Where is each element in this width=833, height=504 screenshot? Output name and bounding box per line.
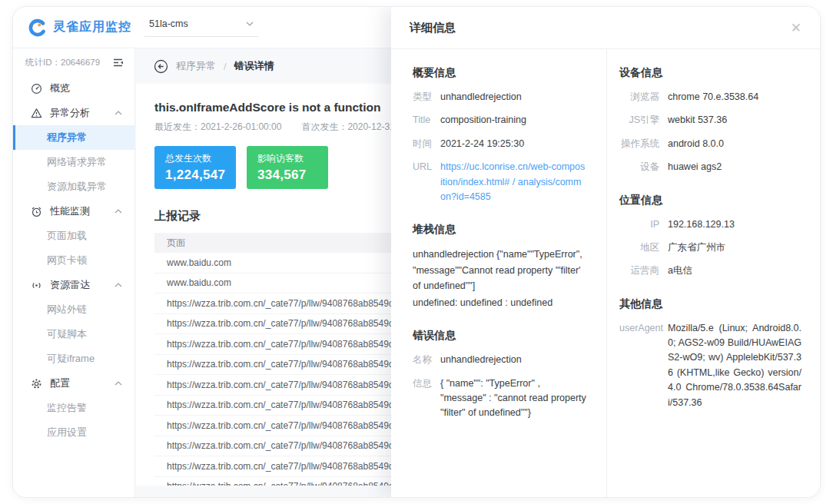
sidebar-item-page-lag[interactable]: 网页卡顿 — [13, 248, 134, 273]
stat-value: 1,224,547 — [165, 167, 236, 183]
gear-icon — [30, 377, 42, 390]
breadcrumb-separator: / — [224, 61, 227, 72]
sidebar-item-app-settings[interactable]: 应用设置 — [13, 420, 134, 445]
field-value: composition-training — [440, 113, 526, 128]
sidebar-item-resource-exception[interactable]: 资源加载异常 — [13, 174, 134, 199]
stat-card-total-occurrences: 总发生次数 1,224,547 — [154, 146, 236, 189]
detail-panel-body: 概要信息 类型unhandledrejection Titlecompositi… — [391, 49, 820, 497]
sidebar-item-label: 可疑iframe — [47, 352, 95, 366]
sidebar-item-label: 可疑脚本 — [47, 327, 87, 341]
device-section: 设备信息 浏览器chrome 70.e.3538.64 JS引擎webkit 5… — [619, 66, 801, 175]
field-value: a电信 — [668, 264, 692, 278]
sidebar: 统计ID：20646679 概览 异常分析 — [13, 48, 135, 497]
stack-trace-line: unhandledrejection {"name""TypeError", "… — [413, 247, 586, 293]
field-label: JS引擎 — [619, 113, 659, 128]
field-label: 设备 — [619, 160, 659, 174]
sidebar-item-label: 概览 — [50, 81, 70, 95]
sidebar-item-external-links[interactable]: 网站外链 — [13, 297, 134, 322]
field-label: userAgent — [619, 321, 659, 410]
sidebar-item-exception-analysis[interactable]: 异常分析 — [13, 101, 134, 125]
project-select-dropdown[interactable]: 51la-cms — [144, 18, 258, 37]
detail-right-column: 设备信息 浏览器chrome 70.e.3538.64 JS引擎webkit 5… — [606, 49, 820, 497]
sidebar-item-label: 网站外链 — [47, 303, 87, 317]
chevron-up-icon[interactable] — [114, 111, 122, 115]
field-label: 操作系统 — [619, 137, 659, 151]
field-value: 广东省广州市 — [668, 240, 725, 255]
sidebar-item-label: 性能监测 — [50, 204, 90, 218]
field-label: 名称 — [413, 353, 440, 367]
sidebar-item-overview[interactable]: 概览 — [13, 76, 134, 101]
sidebar-menu: 概览 异常分析 程序异常 网络请求异常 资源加载异常 — [13, 76, 134, 445]
field-value: webkit 537.36 — [668, 113, 727, 128]
close-icon[interactable]: ✕ — [791, 22, 801, 35]
gauge-icon — [30, 82, 42, 94]
stat-id-label: 统计ID：20646679 — [25, 57, 100, 68]
field-label: URL — [413, 160, 440, 204]
collapse-sidebar-icon[interactable] — [113, 58, 124, 68]
column-header-page: 页面 — [167, 237, 185, 250]
last-occurred-label: 最近发生：2021-2-26-01:00:00 — [154, 121, 281, 134]
field-value: huawei ags2 — [668, 160, 722, 174]
field-value: chrome 70.e.3538.64 — [668, 90, 758, 104]
stack-section: 堆栈信息 unhandledrejection {"name""TypeErro… — [413, 223, 586, 310]
sidebar-item-program-exception[interactable]: 程序异常 — [13, 125, 134, 150]
field-value: android 8.0.0 — [668, 137, 724, 151]
stack-trace-line: undefined: undefined : undefined — [413, 295, 586, 310]
section-heading: 位置信息 — [619, 194, 801, 207]
field-label: 浏览器 — [619, 90, 659, 104]
alarm-clock-icon — [30, 205, 42, 217]
sidebar-item-suspicious-iframe[interactable]: 可疑iframe — [13, 346, 134, 371]
detail-panel: 详细信息 ✕ 概要信息 类型unhandledrejection Titleco… — [391, 7, 820, 497]
sidebar-item-config[interactable]: 配置 — [13, 371, 134, 396]
section-heading: 其他信息 — [619, 297, 801, 311]
sidebar-item-network-exception[interactable]: 网络请求异常 — [13, 150, 134, 174]
sidebar-item-label: 程序异常 — [47, 131, 87, 144]
chevron-down-icon — [246, 22, 254, 26]
summary-section: 概要信息 类型unhandledrejection Titlecompositi… — [413, 66, 586, 204]
section-heading: 设备信息 — [619, 66, 801, 80]
section-heading: 概要信息 — [413, 66, 586, 80]
sidebar-item-suspicious-script[interactable]: 可疑脚本 — [13, 322, 134, 346]
warning-triangle-icon — [30, 107, 42, 119]
sidebar-item-label: 网页卡顿 — [47, 254, 87, 267]
error-url-link[interactable]: https://uc.lconrise.cn/web-composition/i… — [440, 160, 586, 204]
sidebar-item-label: 监控告警 — [47, 401, 87, 415]
field-value: 192.168.129.13 — [668, 217, 735, 232]
field-value: 2021-2-24 19:25:30 — [440, 137, 524, 151]
sidebar-item-page-load[interactable]: 页面加载 — [13, 224, 134, 248]
location-section: 位置信息 IP192.168.129.13 地区广东省广州市 运营商a电信 — [619, 194, 801, 279]
detail-left-column: 概要信息 类型unhandledrejection Titlecompositi… — [391, 49, 606, 497]
field-label: IP — [619, 217, 659, 232]
field-value: unhandledrejection — [440, 90, 522, 104]
chevron-up-icon[interactable] — [114, 283, 122, 287]
radar-broadcast-icon — [30, 279, 42, 291]
field-label: Title — [413, 113, 440, 128]
sidebar-item-label: 网络请求异常 — [47, 155, 107, 169]
chevron-up-icon[interactable] — [114, 381, 122, 386]
logo-text: 灵雀应用监控 — [53, 19, 131, 35]
sidebar-item-label: 配置 — [50, 376, 70, 390]
sidebar-item-label: 应用设置 — [47, 426, 87, 439]
stat-card-affected-visitors: 影响访客数 334,567 — [247, 146, 328, 189]
sidebar-item-label: 资源雷达 — [50, 278, 90, 292]
detail-panel-header: 详细信息 ✕ — [391, 7, 820, 49]
chevron-up-icon[interactable] — [114, 209, 122, 214]
logo-icon — [28, 18, 47, 37]
project-select-value: 51la-cms — [149, 18, 188, 29]
stat-value: 334,567 — [257, 167, 328, 183]
app-window: 灵雀应用监控 51la-cms 统计ID：20646679 — [12, 6, 821, 498]
section-heading: 堆栈信息 — [413, 223, 586, 237]
user-agent-value: Mozilla/5.e (Linux; Android8.0.0; AGS2-w… — [668, 321, 801, 410]
sidebar-item-monitor-alert[interactable]: 监控告警 — [13, 396, 134, 420]
sidebar-item-resource-radar[interactable]: 资源雷达 — [13, 273, 134, 297]
field-label: 运营商 — [619, 264, 659, 278]
field-label: 时间 — [413, 137, 440, 151]
stat-id-row: 统计ID：20646679 — [13, 48, 134, 71]
sidebar-item-label: 资源加载异常 — [47, 180, 107, 194]
field-value: unhandledrejection — [440, 353, 522, 367]
breadcrumb-parent[interactable]: 程序异常 — [176, 59, 216, 73]
sidebar-item-performance[interactable]: 性能监测 — [13, 199, 134, 224]
back-button[interactable] — [154, 59, 168, 74]
field-value: { "name"": "TypeError" , "message" : "ca… — [440, 376, 586, 421]
app-logo[interactable]: 灵雀应用监控 — [13, 18, 135, 37]
